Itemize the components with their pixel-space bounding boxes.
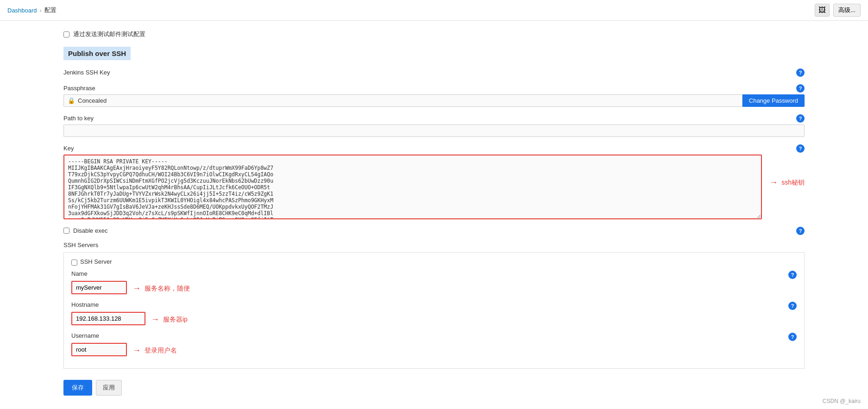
username-label: Username [71, 332, 99, 339]
test-config-checkbox[interactable] [63, 31, 69, 37]
breadcrumb-separator: › [40, 7, 42, 14]
path-to-key-label: Path to key [63, 115, 94, 122]
username-field: Username ? → 登录用户名 [71, 332, 797, 356]
disable-exec-help[interactable]: ? [796, 227, 805, 235]
save-button[interactable]: 保存 [63, 380, 92, 396]
dashboard-link[interactable]: Dashboard [7, 7, 37, 14]
hostname-arrow-icon: → [151, 315, 159, 324]
hostname-field: Hostname ? → 服务器ip [71, 301, 797, 325]
test-config-section: 通过发送测试邮件测试配置 [63, 30, 805, 38]
username-arrow-icon: → [132, 346, 141, 355]
key-annotation-text: ssh秘钥 [781, 179, 805, 187]
bottom-buttons: 保存 应用 [63, 380, 805, 396]
key-field: Key ? -----BEGIN RSA PRIVATE KEY----- MI… [63, 143, 805, 219]
path-to-key-help[interactable]: ? [796, 114, 805, 123]
path-to-key-input[interactable] [63, 124, 805, 137]
passphrase-value: Concealed [78, 97, 107, 104]
advanced-button[interactable]: 高级... [833, 4, 861, 17]
hostname-input[interactable] [71, 312, 145, 325]
username-help[interactable]: ? [788, 333, 797, 341]
key-help[interactable]: ? [796, 144, 805, 153]
key-textarea[interactable]: -----BEGIN RSA PRIVATE KEY----- MIIJKgIB… [63, 155, 762, 219]
apply-button[interactable]: 应用 [96, 380, 122, 396]
main-content: 通过发送测试邮件测试配置 Publish over SSH Jenkins SS… [0, 21, 868, 409]
disable-exec-checkbox[interactable] [63, 228, 69, 234]
passphrase-help[interactable]: ? [796, 84, 805, 93]
footer-credit: CSDN @_kairu [823, 398, 861, 404]
passphrase-label: Passphrase [63, 85, 95, 92]
name-annotation-text: 服务名称，随便 [145, 285, 190, 293]
name-arrow-icon: → [132, 284, 141, 293]
disable-exec-label: Disable exec [73, 227, 107, 234]
ssh-servers-label: SSH Servers [63, 242, 98, 248]
toolbar-icon-button[interactable]: 🖼 [815, 4, 830, 17]
ssh-server-block: SSH Server Name ? → 服务名称，随便 [63, 252, 805, 369]
hostname-annotation-block: → 服务器ip [151, 315, 188, 324]
jenkins-ssh-key-field: Jenkins SSH Key ? [63, 68, 805, 77]
disable-exec-field: Disable exec ? [63, 226, 805, 235]
name-label: Name [71, 270, 88, 277]
ssh-servers-section: SSH Servers SSH Server Name ? [63, 242, 805, 369]
passphrase-field: Passphrase ? 🔒 Concealed Change Password [63, 83, 805, 107]
hostname-annotation-text: 服务器ip [163, 316, 188, 324]
test-config-label: 通过发送测试邮件测试配置 [73, 30, 145, 38]
ssh-server-label: SSH Server [80, 258, 112, 265]
path-to-key-field: Path to key ? [63, 113, 805, 137]
current-page-label: 配置 [44, 6, 57, 14]
topbar: Dashboard › 配置 🖼 高级... [0, 0, 868, 21]
key-label: Key [63, 145, 74, 152]
ssh-server-checkbox[interactable] [71, 260, 77, 266]
publish-over-ssh-section: Publish over SSH Jenkins SSH Key ? Passp… [63, 47, 805, 396]
passphrase-input-wrap: 🔒 Concealed [63, 94, 742, 107]
hostname-help[interactable]: ? [788, 302, 797, 310]
username-annotation-block: → 登录用户名 [132, 346, 177, 355]
name-field: Name ? → 服务名称，随便 [71, 270, 797, 294]
name-help[interactable]: ? [788, 271, 797, 279]
key-annotation-block: → ssh秘钥 [769, 178, 805, 187]
ssh-server-checkbox-row: SSH Server [71, 258, 797, 267]
hostname-label: Hostname [71, 301, 99, 308]
jenkins-ssh-key-label: Jenkins SSH Key [63, 69, 110, 76]
name-annotation-block: → 服务名称，随便 [132, 284, 190, 293]
lock-icon: 🔒 [68, 97, 75, 104]
name-input[interactable] [71, 281, 127, 294]
username-annotation-text: 登录用户名 [145, 347, 177, 355]
menu-icon: 🖼 [818, 6, 826, 14]
top-right-toolbar: 🖼 高级... [815, 4, 861, 17]
key-arrow-icon: → [769, 178, 778, 187]
change-password-button[interactable]: Change Password [742, 94, 805, 107]
section-title: Publish over SSH [63, 47, 131, 60]
username-input[interactable] [71, 343, 127, 356]
jenkins-ssh-key-help[interactable]: ? [796, 68, 805, 77]
